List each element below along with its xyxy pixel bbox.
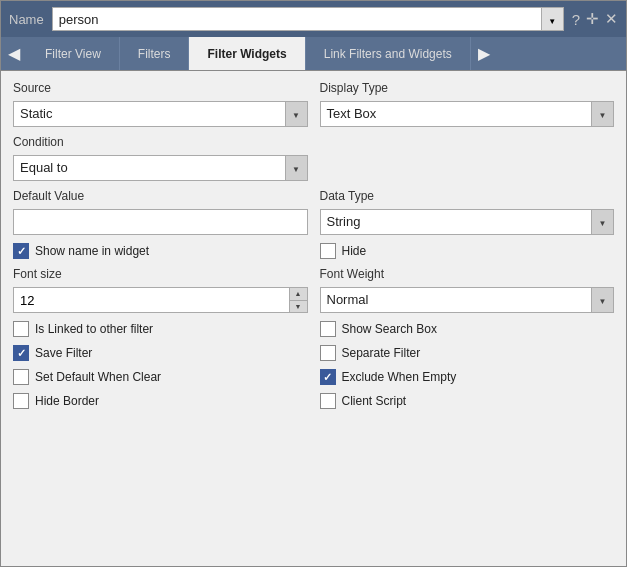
hide-checkbox[interactable] (320, 243, 336, 259)
exclude-when-empty-row[interactable]: Exclude When Empty (320, 369, 615, 385)
show-search-checkbox[interactable] (320, 321, 336, 337)
move-icon[interactable]: ✛ (586, 10, 599, 28)
is-linked-row[interactable]: Is Linked to other filter (13, 321, 308, 337)
client-script-row[interactable]: Client Script (320, 393, 615, 409)
font-weight-select[interactable]: Normal (320, 287, 615, 313)
titlebar: Name ? ✛ ✕ (1, 1, 626, 37)
help-icon[interactable]: ? (572, 11, 580, 28)
display-type-select[interactable]: Text Box (320, 101, 615, 127)
save-filter-checkbox[interactable] (13, 345, 29, 361)
source-col: Source Static (13, 81, 308, 127)
condition-spacer (320, 135, 615, 181)
hide-border-label: Hide Border (35, 394, 99, 408)
separate-filter-checkbox[interactable] (320, 345, 336, 361)
tab-filter-view-label: Filter View (45, 47, 101, 61)
display-type-dropdown-btn[interactable] (591, 102, 613, 126)
data-type-col: Data Type String (320, 189, 615, 235)
condition-label: Condition (13, 135, 308, 149)
main-window: Name ? ✛ ✕ ◀ Filter View Filters Filter … (0, 0, 627, 567)
hide-checkbox-row[interactable]: Hide (320, 243, 615, 259)
client-script-label: Client Script (342, 394, 407, 408)
fontsize-fontweight-row: Font size ▲ ▼ Font Weight Normal (13, 267, 614, 313)
spinner-buttons: ▲ ▼ (289, 288, 307, 312)
save-filter-row[interactable]: Save Filter (13, 345, 308, 361)
source-value: Static (14, 101, 285, 127)
chevron-right-icon: ▶ (478, 44, 490, 63)
tab-filter-widgets-label: Filter Widgets (207, 47, 286, 61)
save-filter-label: Save Filter (35, 346, 92, 360)
show-search-row[interactable]: Show Search Box (320, 321, 615, 337)
font-weight-label: Font Weight (320, 267, 615, 281)
source-chevron (292, 109, 300, 120)
display-type-chevron (599, 109, 607, 120)
name-dropdown-icon (548, 12, 556, 27)
font-size-label: Font size (13, 267, 308, 281)
condition-col: Condition Equal to (13, 135, 308, 181)
data-type-value: String (321, 209, 592, 235)
name-label: Name (9, 12, 44, 27)
source-displaytype-row: Source Static Display Type Text Box (13, 81, 614, 127)
source-select[interactable]: Static (13, 101, 308, 127)
exclude-when-empty-checkbox[interactable] (320, 369, 336, 385)
set-default-row[interactable]: Set Default When Clear (13, 369, 308, 385)
tab-next-btn[interactable]: ▶ (471, 37, 497, 70)
tab-filters[interactable]: Filters (120, 37, 190, 70)
spinner-up-btn[interactable]: ▲ (290, 288, 307, 301)
condition-value: Equal to (14, 155, 285, 181)
font-size-col: Font size ▲ ▼ (13, 267, 308, 313)
hide-col: Hide (320, 243, 615, 259)
font-size-input[interactable] (14, 291, 289, 310)
font-weight-dropdown-btn[interactable] (591, 288, 613, 312)
titlebar-icons: ? ✛ ✕ (572, 10, 618, 28)
is-linked-label: Is Linked to other filter (35, 322, 153, 336)
font-weight-value: Normal (321, 287, 592, 313)
spinner-down-btn[interactable]: ▼ (290, 301, 307, 313)
tab-filters-label: Filters (138, 47, 171, 61)
data-type-select[interactable]: String (320, 209, 615, 235)
default-datatype-row: Default Value Data Type String (13, 189, 614, 235)
source-label: Source (13, 81, 308, 95)
default-value-col: Default Value (13, 189, 308, 235)
show-name-checkbox[interactable] (13, 243, 29, 259)
tab-prev-btn[interactable]: ◀ (1, 37, 27, 70)
is-linked-checkbox[interactable] (13, 321, 29, 337)
show-name-col: Show name in widget (13, 243, 308, 259)
data-type-label: Data Type (320, 189, 615, 203)
exclude-when-empty-label: Exclude When Empty (342, 370, 457, 384)
font-weight-col: Font Weight Normal (320, 267, 615, 313)
hide-border-checkbox[interactable] (13, 393, 29, 409)
client-script-checkbox[interactable] (320, 393, 336, 409)
display-type-col: Display Type Text Box (320, 81, 615, 127)
condition-select[interactable]: Equal to (13, 155, 308, 181)
data-type-chevron (599, 217, 607, 228)
chevron-left-icon: ◀ (8, 44, 20, 63)
condition-chevron (292, 163, 300, 174)
show-name-checkbox-label: Show name in widget (35, 244, 149, 258)
separate-filter-row[interactable]: Separate Filter (320, 345, 615, 361)
tabbar: ◀ Filter View Filters Filter Widgets Lin… (1, 37, 626, 71)
tab-link-filters-label: Link Filters and Widgets (324, 47, 452, 61)
tab-filter-view[interactable]: Filter View (27, 37, 120, 70)
data-type-dropdown-btn[interactable] (591, 210, 613, 234)
hide-border-row[interactable]: Hide Border (13, 393, 308, 409)
set-default-label: Set Default When Clear (35, 370, 161, 384)
name-dropdown-btn[interactable] (542, 7, 564, 31)
tab-link-filters[interactable]: Link Filters and Widgets (306, 37, 471, 70)
display-type-label: Display Type (320, 81, 615, 95)
content-area: Source Static Display Type Text Box (1, 71, 626, 566)
condition-row: Condition Equal to (13, 135, 614, 181)
left-checkbox-col: Is Linked to other filter Save Filter Se… (13, 321, 308, 409)
name-input[interactable] (52, 7, 542, 31)
set-default-checkbox[interactable] (13, 369, 29, 385)
source-dropdown-btn[interactable] (285, 102, 307, 126)
display-type-value: Text Box (321, 101, 592, 127)
hide-checkbox-label: Hide (342, 244, 367, 258)
checkboxes-section: Is Linked to other filter Save Filter Se… (13, 321, 614, 409)
close-icon[interactable]: ✕ (605, 10, 618, 28)
default-value-input[interactable] (13, 209, 308, 235)
right-checkbox-col: Show Search Box Separate Filter Exclude … (320, 321, 615, 409)
show-name-checkbox-row[interactable]: Show name in widget (13, 243, 308, 259)
condition-dropdown-btn[interactable] (285, 156, 307, 180)
font-size-spinner[interactable]: ▲ ▼ (13, 287, 308, 313)
tab-filter-widgets[interactable]: Filter Widgets (189, 37, 305, 70)
